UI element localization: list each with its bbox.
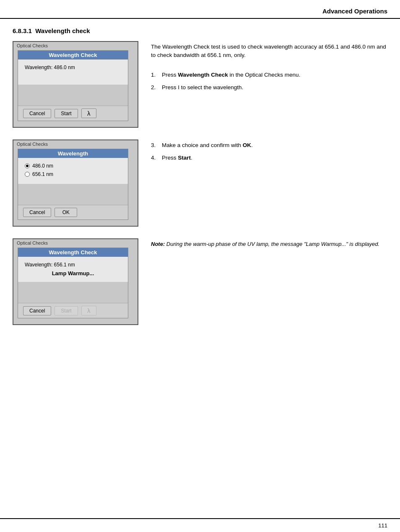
radio-486-label: 486.0 nm [32,163,53,169]
dialog-btn-bar-2: Cancel OK [18,205,128,220]
dialog-spacer-1 [18,85,128,106]
row-1: Optical Checks Wavelength Check Waveleng… [13,41,387,128]
note-text: Note: During the warm-up phase of the UV… [151,240,387,248]
dialog3-container: Optical Checks Wavelength Check Waveleng… [13,238,143,325]
device-mockup-1: Optical Checks Wavelength Check Waveleng… [13,41,138,128]
row1-right: The Wavelength Check test is used to che… [151,41,387,128]
radio-486-circle[interactable] [25,163,30,168]
steps-group-1: 1. Press Wavelength Check in the Optical… [151,71,387,92]
step-4: 4. Press Start. [151,154,387,162]
section-number: 6.8.3.1 [13,27,32,34]
dialog-spacer-3 [18,282,128,303]
dialog2-cancel-button[interactable]: Cancel [23,208,51,217]
dialog-box-3: Wavelength Check Wavelength: 656.1 nm La… [18,248,128,318]
dialog-btn-bar-3: Cancel Start λ [18,303,128,318]
step-1: 1. Press Wavelength Check in the Optical… [151,71,387,79]
dialog1-cancel-button[interactable]: Cancel [23,109,51,118]
step-2: 2. Press I to select the wavelength. [151,83,387,92]
page-number: 111 [378,522,387,529]
page-footer: 111 [0,518,400,532]
dialog-title-2: Wavelength [18,149,128,158]
dialog-spacer-2 [18,184,128,205]
dialog3-lambda-button[interactable]: λ [81,306,96,315]
radio-656-circle[interactable] [25,172,30,177]
page-header: Advanced Operations [0,0,400,19]
lamp-warmup-text: Lamp Warmup... [25,270,121,276]
device-top-bar-1: Optical Checks [13,42,132,50]
dialog-field-1: Wavelength: 486.0 nm [25,65,121,70]
dialog1-lambda-button[interactable]: λ [81,108,96,118]
section-title: 6.8.3.1 Wavelength check [13,27,387,34]
dialog2-ok-button[interactable]: OK [55,208,77,217]
dialog-body-2: 486.0 nm 656.1 nm [18,158,128,184]
dialog3-cancel-button[interactable]: Cancel [23,306,51,315]
dialog-btn-bar-1: Cancel Start λ [18,106,128,121]
device-mockup-3: Optical Checks Wavelength Check Waveleng… [13,238,138,325]
radio-656-label: 656.1 nm [32,171,53,177]
intro-text: The Wavelength Check test is used to che… [151,43,387,60]
header-title: Advanced Operations [322,8,387,15]
dialog-title-3: Wavelength Check [18,248,128,257]
row-3: Optical Checks Wavelength Check Waveleng… [13,238,387,325]
device-top-bar-3: Optical Checks [13,239,132,248]
device-mockup-2: Optical Checks Wavelength 486.0 nm [13,139,138,227]
dialog-body-1: Wavelength: 486.0 nm [18,59,128,85]
device-top-bar-2: Optical Checks [13,140,132,149]
dialog-field-3: Wavelength: 656.1 nm [25,262,121,268]
dialog3-start-button[interactable]: Start [55,306,78,315]
dialog1-start-button[interactable]: Start [55,109,78,118]
steps-group-2: 3. Make a choice and confirm with OK. 4.… [151,141,387,163]
row-2: Optical Checks Wavelength 486.0 nm [13,139,387,227]
radio-option-1: 486.0 nm [25,163,121,169]
section-heading: Wavelength check [35,27,90,34]
dialog-body-3: Wavelength: 656.1 nm Lamp Warmup... [18,257,128,282]
page-content: 6.8.3.1 Wavelength check Optical Checks … [0,19,400,345]
row3-right: Note: During the warm-up phase of the UV… [151,238,387,325]
row2-right: 3. Make a choice and confirm with OK. 4.… [151,139,387,227]
dialog-box-1: Wavelength Check Wavelength: 486.0 nm Ca… [18,50,128,121]
radio-option-2: 656.1 nm [25,171,121,177]
step-3: 3. Make a choice and confirm with OK. [151,141,387,150]
dialog1-container: Optical Checks Wavelength Check Waveleng… [13,41,143,128]
dialog-box-2: Wavelength 486.0 nm 656.1 nm [18,149,128,220]
dialog2-container: Optical Checks Wavelength 486.0 nm [13,139,143,227]
dialog-title-1: Wavelength Check [18,51,128,59]
